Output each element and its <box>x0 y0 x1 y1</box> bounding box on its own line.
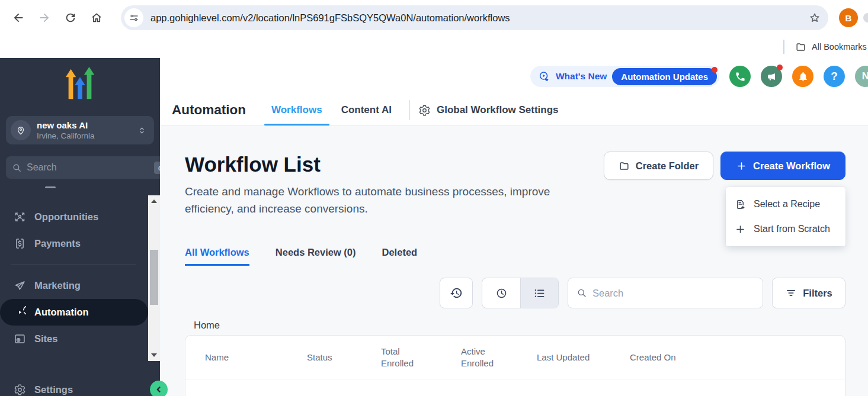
column-header-active-enrolled: Active Enrolled <box>461 346 499 369</box>
notifications-bell-button[interactable] <box>792 66 813 87</box>
bookmarks-bar: All Bookmarks <box>0 36 868 58</box>
whats-new-label: What's New <box>556 71 607 82</box>
page-title: Workflow List <box>185 152 604 178</box>
sidebar-item-sites[interactable]: Sites <box>0 326 160 352</box>
recipe-icon <box>735 199 746 210</box>
whats-new-icon <box>538 70 550 83</box>
menu-item-select-a-recipe[interactable]: Select a Recipe <box>726 192 845 217</box>
tab-content-ai[interactable]: Content AI <box>335 95 398 125</box>
list-view-segment[interactable] <box>520 278 558 308</box>
sidebar-item-label: Sites <box>34 333 57 345</box>
url-bar[interactable]: app.gohighlevel.com/v2/location/lnPS691g… <box>121 5 828 30</box>
notification-dot <box>712 67 718 73</box>
whats-new-pill[interactable]: What's New Automation Updates <box>530 66 719 87</box>
filter-icon <box>785 287 797 299</box>
sidebar-item-settings[interactable]: Settings <box>0 376 160 396</box>
bookmarks-folder-icon <box>795 41 806 53</box>
payments-icon <box>14 237 26 250</box>
location-switcher[interactable]: new oaks AI Irvine, California <box>6 116 154 144</box>
breadcrumb[interactable]: Home <box>194 320 845 331</box>
sidebar-item-label: Opportunities <box>34 211 98 223</box>
list-icon <box>533 287 546 300</box>
column-header-last-updated: Last Updated <box>537 352 630 363</box>
sidebar-nav: Opportunities Payments Marketing Aut <box>0 186 160 396</box>
history-icon <box>450 286 463 300</box>
automation-icon <box>14 306 26 318</box>
clock-icon <box>495 287 508 300</box>
menu-item-start-from-scratch[interactable]: Start from Scratch <box>726 217 845 242</box>
account-name: new oaks AI <box>37 120 131 131</box>
sidebar-item-marketing[interactable]: Marketing <box>0 272 160 299</box>
workflow-tabs: All Workflows Needs Review (0) Deleted <box>185 247 845 266</box>
sidebar-item-label: Automation <box>34 307 89 318</box>
location-pin-icon <box>11 120 31 140</box>
user-avatar[interactable]: N <box>855 66 868 87</box>
sidebar-search-input[interactable] <box>27 162 149 173</box>
create-workflow-button[interactable]: Create Workflow <box>720 152 845 180</box>
bookmarks-separator <box>783 40 784 54</box>
plus-icon <box>736 160 747 172</box>
filters-button[interactable]: Filters <box>772 278 845 308</box>
main-header: What's New Automation Updates ? <box>160 58 868 126</box>
search-icon <box>576 288 587 298</box>
sites-icon <box>14 333 26 345</box>
sidebar-item-automation[interactable]: Automation <box>0 299 148 326</box>
sidebar-item-label: Marketing <box>34 280 81 291</box>
sidebar-scrollbar[interactable] <box>148 195 160 361</box>
workflow-search-input[interactable] <box>592 288 754 299</box>
browser-reload-icon[interactable] <box>60 8 81 28</box>
main-area: What's New Automation Updates ? <box>160 58 868 396</box>
tab-workflows[interactable]: Workflows <box>265 95 328 125</box>
site-info-icon[interactable] <box>124 8 143 27</box>
settings-gear-icon <box>14 384 26 396</box>
scrolled-item-partial <box>45 186 56 188</box>
browser-forward-icon[interactable] <box>34 8 55 28</box>
marketing-icon <box>14 279 26 292</box>
announcements-button[interactable] <box>761 66 782 87</box>
workflow-table: Name Status Total Enrolled Active Enroll… <box>185 335 845 396</box>
recent-view-segment[interactable] <box>482 278 520 308</box>
notification-dot <box>777 65 783 70</box>
nav-divider <box>11 265 136 265</box>
global-workflow-settings-link[interactable]: Global Workflow Settings <box>418 104 559 117</box>
column-header-created-on: Created On <box>630 352 845 363</box>
sidebar-search[interactable]: ctrl K <box>6 156 185 179</box>
column-header-status: Status <box>307 352 381 363</box>
execution-logs-button[interactable] <box>440 278 473 308</box>
scrollbar-thumb[interactable] <box>150 250 158 305</box>
view-toggle <box>482 278 559 308</box>
scrollbar-up-arrow[interactable] <box>151 199 157 203</box>
sidebar: new oaks AI Irvine, California ctrl K <box>0 58 160 396</box>
workflow-search[interactable] <box>568 278 763 308</box>
plus-icon <box>735 224 746 235</box>
page-description: Create and manage Workflows to automate … <box>185 183 600 217</box>
browser-menu-partial <box>863 13 868 22</box>
browser-back-icon[interactable] <box>8 8 28 28</box>
account-location: Irvine, California <box>37 131 131 141</box>
content-area: Workflow List Create and manage Workflow… <box>160 126 868 396</box>
browser-chrome: app.gohighlevel.com/v2/location/lnPS691g… <box>0 0 868 36</box>
tab-needs-review[interactable]: Needs Review (0) <box>276 247 356 266</box>
create-folder-button[interactable]: Create Folder <box>604 152 713 180</box>
url-text[interactable]: app.gohighlevel.com/v2/location/lnPS691g… <box>150 12 808 24</box>
chevron-left-icon <box>153 384 164 395</box>
automation-updates-button[interactable]: Automation Updates <box>612 68 717 85</box>
browser-profile-avatar[interactable]: B <box>839 8 858 27</box>
help-button[interactable]: ? <box>824 66 845 87</box>
scrollbar-down-arrow[interactable] <box>151 353 157 357</box>
tab-deleted[interactable]: Deleted <box>382 247 418 266</box>
create-workflow-dropdown: Select a Recipe Start from Scratch <box>726 187 845 246</box>
tab-all-workflows[interactable]: All Workflows <box>185 247 249 266</box>
opportunities-icon <box>14 211 26 223</box>
bookmark-star-icon[interactable] <box>808 11 821 24</box>
sidebar-collapse-button[interactable] <box>150 381 168 396</box>
table-header-row: Name Status Total Enrolled Active Enroll… <box>185 336 845 379</box>
all-bookmarks-label[interactable]: All Bookmarks <box>812 42 868 51</box>
tab-separator <box>409 100 410 120</box>
phone-button[interactable] <box>729 66 751 87</box>
sidebar-item-payments[interactable]: Payments <box>0 230 160 257</box>
sidebar-item-opportunities[interactable]: Opportunities <box>0 204 160 230</box>
workflow-toolbar: Filters <box>185 278 845 308</box>
browser-home-icon[interactable] <box>87 8 107 28</box>
column-header-name: Name <box>205 352 307 363</box>
